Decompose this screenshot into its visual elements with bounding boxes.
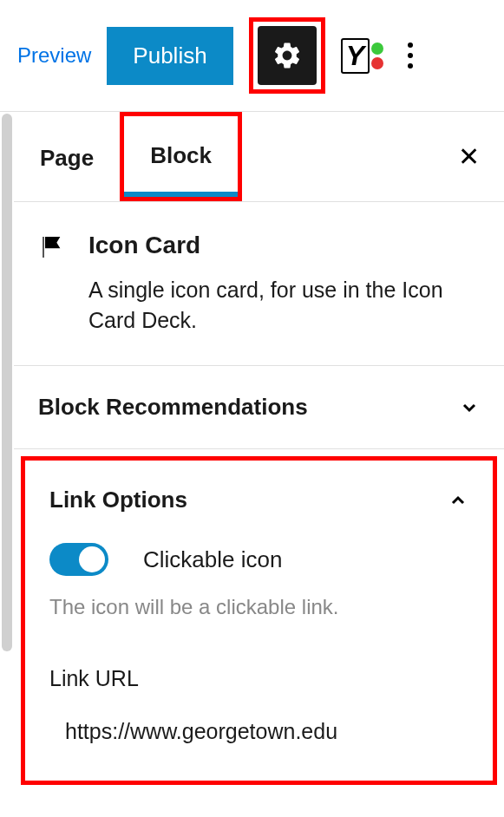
block-description: A single icon card, for use in the Icon … bbox=[88, 275, 480, 336]
link-options-header[interactable]: Link Options bbox=[25, 461, 493, 534]
close-panel-button[interactable]: ✕ bbox=[458, 141, 480, 172]
yoast-status-dots bbox=[371, 42, 383, 69]
block-title: Icon Card bbox=[88, 232, 480, 259]
section-title: Block Recommendations bbox=[38, 394, 308, 421]
publish-button[interactable]: Publish bbox=[107, 27, 232, 85]
chevron-up-icon bbox=[448, 490, 468, 511]
toggle-knob bbox=[79, 546, 105, 572]
tab-block[interactable]: Block bbox=[124, 116, 238, 197]
yoast-icon: Y bbox=[341, 38, 370, 74]
section-title: Link Options bbox=[49, 487, 187, 513]
link-url-label: Link URL bbox=[25, 654, 493, 709]
block-info-section: Icon Card A single icon card, for use in… bbox=[14, 202, 504, 366]
toggle-label: Clickable icon bbox=[143, 546, 282, 573]
link-url-input[interactable] bbox=[49, 709, 468, 755]
highlight-link-options: Link Options Clickable icon The icon wil… bbox=[21, 456, 497, 785]
gear-icon bbox=[272, 40, 303, 71]
tab-page[interactable]: Page bbox=[14, 119, 120, 194]
settings-button[interactable] bbox=[258, 26, 317, 85]
scrollbar[interactable] bbox=[2, 114, 12, 651]
flag-icon bbox=[38, 233, 66, 261]
highlight-block-tab: Block bbox=[120, 112, 242, 201]
yoast-button[interactable]: Y bbox=[341, 38, 383, 74]
clickable-icon-toggle[interactable] bbox=[49, 543, 108, 576]
block-recommendations-header[interactable]: Block Recommendations bbox=[14, 366, 504, 448]
highlight-settings bbox=[249, 17, 325, 94]
more-options-button[interactable] bbox=[399, 34, 422, 77]
chevron-down-icon bbox=[459, 397, 480, 418]
toggle-help-text: The icon will be a clickable link. bbox=[25, 592, 493, 654]
preview-link[interactable]: Preview bbox=[17, 43, 91, 68]
